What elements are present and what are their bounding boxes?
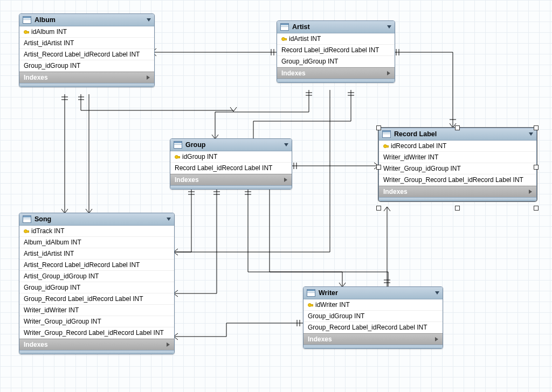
column-name: Writer_Group_idGroup INT [24,318,101,325]
chevron-right-icon [435,337,438,341]
table-footer [379,197,536,201]
table-row[interactable]: Group_idGroup INT [19,282,174,293]
chevron-right-icon [529,190,532,194]
table-row[interactable]: Record Label_idRecord Label INT [277,45,395,56]
indexes-section[interactable]: Indexes [303,333,443,345]
key-icon [24,29,29,34]
chevron-down-icon[interactable] [529,132,533,136]
table-row[interactable]: Writer_Group_idGroup INT [379,163,536,174]
resize-handle[interactable] [534,206,539,211]
table-title: Record Label [394,130,526,138]
table-row[interactable]: idArtist INT [277,33,395,45]
column-name: Group_idGroup INT [308,312,364,320]
table-row[interactable]: Writer_idWriter INT [19,305,174,316]
table-row[interactable]: Artist_idArtist INT [19,38,154,49]
table-row[interactable]: Album_idAlbum INT [19,237,174,248]
table-title-bar[interactable]: Album [19,14,154,26]
column-name: idWriter INT [315,301,350,309]
column-name: Artist_idArtist INT [24,250,74,257]
column-name: idTrack INT [31,227,65,235]
chevron-right-icon [147,75,150,80]
key-icon [308,302,313,307]
table-artist[interactable]: Artist idArtist INT Record Label_idRecor… [277,20,395,83]
column-name: Writer_idWriter INT [24,306,79,314]
key-icon [383,143,389,149]
indexes-label: Indexes [383,188,408,195]
column-name: Record Label_idRecord Label INT [175,164,272,172]
table-row[interactable]: Writer_Group_Record Label_idRecord Label… [379,174,536,186]
key-icon [175,154,180,159]
table-writer[interactable]: Writer idWriter INT Group_idGroup INT Gr… [303,286,443,349]
chevron-down-icon[interactable] [147,18,151,22]
column-name: Group_Record Label_idRecord Label INT [24,295,143,303]
table-title-bar[interactable]: Group [170,139,292,151]
column-name: Artist_Record Label_idRecord Label INT [24,51,140,58]
table-group[interactable]: Group idGroup INT Record Label_idRecord … [170,138,292,190]
table-row[interactable]: idRecord Label INT [379,141,536,152]
table-row[interactable]: Artist_idArtist INT [19,248,174,260]
indexes-section[interactable]: Indexes [19,339,174,350]
table-row[interactable]: Group_idGroup INT [19,60,154,72]
table-title-bar[interactable]: Artist [277,21,395,33]
table-row[interactable]: Record Label_idRecord Label INT [170,163,292,174]
chevron-down-icon[interactable] [167,218,171,221]
indexes-section[interactable]: Indexes [277,67,395,79]
table-icon [174,141,182,149]
resize-handle[interactable] [534,125,539,130]
column-name: Group_Record Label_idRecord Label INT [308,324,427,331]
table-icon [23,215,31,223]
indexes-label: Indexes [281,69,306,77]
table-footer [19,350,174,354]
table-title: Artist [292,23,384,31]
key-icon [281,36,287,41]
table-title-bar[interactable]: Song [19,213,174,226]
chevron-down-icon[interactable] [284,143,288,146]
column-name: idAlbum INT [31,28,67,36]
resize-handle[interactable] [376,125,381,130]
column-name: Artist_Record Label_idRecord Label INT [24,261,140,269]
table-footer [303,345,443,348]
table-row[interactable]: idAlbum INT [19,26,154,38]
resize-handle[interactable] [376,206,381,211]
table-row[interactable]: Group_idGroup INT [303,311,443,322]
table-row[interactable]: Writer_Group_idGroup INT [19,316,174,327]
indexes-label: Indexes [308,335,332,343]
table-title: Writer [319,289,432,297]
table-title: Group [185,141,281,149]
table-row[interactable]: idTrack INT [19,226,174,237]
table-row[interactable]: Writer_Group_Record Label_idRecord Label… [19,327,174,339]
table-row[interactable]: idWriter INT [303,299,443,311]
table-record-label[interactable]: Record Label idRecord Label INT Writer_i… [378,128,537,201]
indexes-section[interactable]: Indexes [170,174,292,185]
table-row[interactable]: Writer_idWriter INT [379,152,536,163]
column-name: idArtist INT [289,35,321,43]
column-name: Writer_Group_Record Label_idRecord Label… [383,176,523,184]
resize-handle[interactable] [455,125,460,130]
column-name: Group_idGroup INT [24,62,80,69]
table-icon [307,289,315,297]
column-name: Writer_Group_Record Label_idRecord Label… [24,329,164,337]
indexes-section[interactable]: Indexes [379,186,536,197]
resize-handle[interactable] [376,165,381,170]
table-row[interactable]: idGroup INT [170,151,292,163]
table-row[interactable]: Artist_Record Label_idRecord Label INT [19,49,154,60]
chevron-down-icon[interactable] [387,25,391,29]
table-row[interactable]: Group_idGroup INT [277,56,395,67]
table-album[interactable]: Album idAlbum INT Artist_idArtist INT Ar… [19,13,155,87]
table-title: Song [34,215,163,223]
column-name: Writer_Group_idGroup INT [383,165,461,172]
table-row[interactable]: Artist_Group_idGroup INT [19,271,174,282]
chevron-right-icon [167,342,170,347]
column-name: Artist_Group_idGroup INT [24,272,99,280]
chevron-right-icon [284,178,287,182]
resize-handle[interactable] [534,165,539,170]
table-song[interactable]: Song idTrack INT Album_idAlbum INT Artis… [19,213,175,354]
chevron-down-icon[interactable] [435,291,439,295]
table-row[interactable]: Group_Record Label_idRecord Label INT [303,322,443,333]
table-row[interactable]: Group_Record Label_idRecord Label INT [19,293,174,305]
indexes-section[interactable]: Indexes [19,72,154,83]
table-title-bar[interactable]: Writer [303,287,443,299]
table-row[interactable]: Artist_Record Label_idRecord Label INT [19,260,174,271]
key-icon [24,228,29,234]
resize-handle[interactable] [455,206,460,211]
